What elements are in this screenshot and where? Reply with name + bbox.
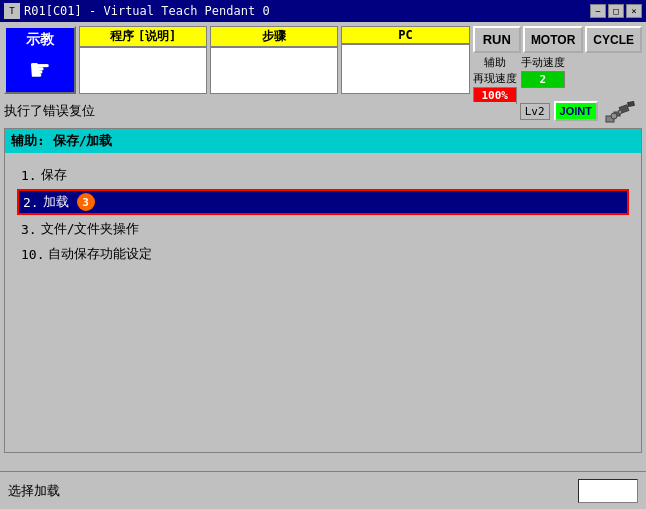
menu-item-1[interactable]: 2.加载3 xyxy=(17,189,629,215)
menu-item-label-1: 加载 xyxy=(43,193,69,211)
hand-icon: ☛ xyxy=(30,51,49,89)
manual-speed-value: 2 xyxy=(521,71,565,88)
joint-button[interactable]: JOINT xyxy=(554,101,598,121)
status-text: 执行了错误复位 xyxy=(4,102,516,120)
menu-item-2[interactable]: 3.文件/文件夹操作 xyxy=(17,218,629,240)
title-bar: T R01[C01] - Virtual Teach Pendant 0 − □… xyxy=(0,0,646,22)
lv2-badge: Lv2 xyxy=(520,103,550,120)
replay-speed-section: 辅助 再现速度 100% xyxy=(473,55,517,104)
title-text: R01[C01] - Virtual Teach Pendant 0 xyxy=(24,4,270,18)
fields-container: 程序 [说明] 步骤 PC xyxy=(79,26,470,94)
maximize-button[interactable]: □ xyxy=(608,4,624,18)
pc-value[interactable] xyxy=(341,44,469,94)
replay-speed-label: 辅助 xyxy=(484,55,506,70)
manual-speed-label: 手动速度 xyxy=(521,55,565,70)
robot-icon xyxy=(602,97,642,125)
svg-point-5 xyxy=(618,110,622,114)
menu-item-0[interactable]: 1.保存 xyxy=(17,164,629,186)
step-field-group: 步骤 xyxy=(210,26,338,94)
main-content: 示教 ☛ 程序 [说明] 步骤 PC xyxy=(0,22,646,457)
menu-item-number-1: 2. xyxy=(23,195,39,210)
menu-item-3[interactable]: 10.自动保存功能设定 xyxy=(17,243,629,265)
close-button[interactable]: × xyxy=(626,4,642,18)
aux-panel-header: 辅助: 保存/加载 xyxy=(4,128,642,153)
step-label: 步骤 xyxy=(210,26,338,47)
teach-button[interactable]: 示教 ☛ xyxy=(4,26,76,94)
menu-item-number-2: 3. xyxy=(21,222,37,237)
menu-item-label-3: 自动保存功能设定 xyxy=(48,245,152,263)
pc-field-group: PC xyxy=(341,26,469,94)
top-buttons-row: RUN MOTOR CYCLE xyxy=(473,26,642,53)
menu-item-label-2: 文件/文件夹操作 xyxy=(41,220,140,238)
pc-label: PC xyxy=(341,26,469,44)
program-field-group: 程序 [说明] xyxy=(79,26,207,94)
toolbar-row: 示教 ☛ 程序 [说明] 步骤 PC xyxy=(4,26,642,94)
svg-point-4 xyxy=(611,113,617,119)
menu-item-number-3: 10. xyxy=(21,247,44,262)
right-buttons: RUN MOTOR CYCLE 辅助 再现速度 100% 手动速度 2 xyxy=(473,26,642,94)
menu-panel: 1.保存2.加载33.文件/文件夹操作10.自动保存功能设定 xyxy=(4,153,642,453)
bottom-bar: 选择加载 xyxy=(0,471,646,509)
title-bar-controls[interactable]: − □ × xyxy=(590,4,642,18)
minimize-button[interactable]: − xyxy=(590,4,606,18)
bottom-label: 选择加载 xyxy=(8,482,570,500)
step-value[interactable] xyxy=(210,47,338,94)
program-label: 程序 [说明] xyxy=(79,26,207,47)
app-icon: T xyxy=(4,3,20,19)
program-value[interactable] xyxy=(79,47,207,94)
menu-item-label-0: 保存 xyxy=(41,166,67,184)
bottom-input[interactable] xyxy=(578,479,638,503)
run-button[interactable]: RUN xyxy=(473,26,521,53)
replay-speed-sublabel: 再现速度 xyxy=(473,71,517,86)
title-bar-left: T R01[C01] - Virtual Teach Pendant 0 xyxy=(4,3,270,19)
cycle-button[interactable]: CYCLE xyxy=(585,26,642,53)
motor-button[interactable]: MOTOR xyxy=(523,26,583,53)
selection-badge: 3 xyxy=(77,193,95,211)
teach-label: 示教 xyxy=(26,31,54,49)
manual-speed-section: 手动速度 2 xyxy=(521,55,565,88)
svg-rect-3 xyxy=(628,102,635,107)
menu-item-number-0: 1. xyxy=(21,168,37,183)
